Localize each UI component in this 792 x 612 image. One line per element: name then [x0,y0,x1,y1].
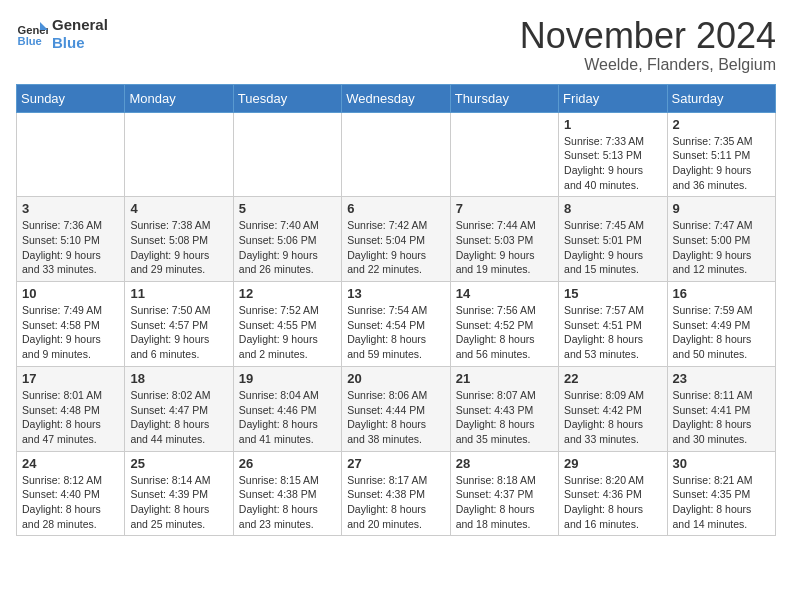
day-info: Sunrise: 7:54 AM Sunset: 4:54 PM Dayligh… [347,303,444,362]
day-number: 6 [347,201,444,216]
table-row [342,112,450,197]
table-row: 14Sunrise: 7:56 AM Sunset: 4:52 PM Dayli… [450,282,558,367]
calendar-header-row: Sunday Monday Tuesday Wednesday Thursday… [17,84,776,112]
table-row: 19Sunrise: 8:04 AM Sunset: 4:46 PM Dayli… [233,366,341,451]
location-title: Weelde, Flanders, Belgium [520,56,776,74]
day-number: 1 [564,117,661,132]
day-info: Sunrise: 7:57 AM Sunset: 4:51 PM Dayligh… [564,303,661,362]
day-info: Sunrise: 7:52 AM Sunset: 4:55 PM Dayligh… [239,303,336,362]
day-number: 26 [239,456,336,471]
table-row: 21Sunrise: 8:07 AM Sunset: 4:43 PM Dayli… [450,366,558,451]
day-number: 18 [130,371,227,386]
header-tuesday: Tuesday [233,84,341,112]
calendar-week-row: 10Sunrise: 7:49 AM Sunset: 4:58 PM Dayli… [17,282,776,367]
day-number: 5 [239,201,336,216]
calendar-week-row: 1Sunrise: 7:33 AM Sunset: 5:13 PM Daylig… [17,112,776,197]
day-info: Sunrise: 8:12 AM Sunset: 4:40 PM Dayligh… [22,473,119,532]
day-number: 12 [239,286,336,301]
header-wednesday: Wednesday [342,84,450,112]
day-info: Sunrise: 7:44 AM Sunset: 5:03 PM Dayligh… [456,218,553,277]
table-row: 26Sunrise: 8:15 AM Sunset: 4:38 PM Dayli… [233,451,341,536]
table-row: 4Sunrise: 7:38 AM Sunset: 5:08 PM Daylig… [125,197,233,282]
logo-general: General [52,16,108,34]
day-number: 3 [22,201,119,216]
day-number: 14 [456,286,553,301]
day-info: Sunrise: 7:38 AM Sunset: 5:08 PM Dayligh… [130,218,227,277]
calendar-table: Sunday Monday Tuesday Wednesday Thursday… [16,84,776,537]
table-row: 10Sunrise: 7:49 AM Sunset: 4:58 PM Dayli… [17,282,125,367]
calendar-week-row: 24Sunrise: 8:12 AM Sunset: 4:40 PM Dayli… [17,451,776,536]
day-info: Sunrise: 8:14 AM Sunset: 4:39 PM Dayligh… [130,473,227,532]
day-info: Sunrise: 8:17 AM Sunset: 4:38 PM Dayligh… [347,473,444,532]
table-row: 7Sunrise: 7:44 AM Sunset: 5:03 PM Daylig… [450,197,558,282]
table-row: 3Sunrise: 7:36 AM Sunset: 5:10 PM Daylig… [17,197,125,282]
day-number: 24 [22,456,119,471]
day-info: Sunrise: 8:18 AM Sunset: 4:37 PM Dayligh… [456,473,553,532]
day-number: 17 [22,371,119,386]
table-row: 18Sunrise: 8:02 AM Sunset: 4:47 PM Dayli… [125,366,233,451]
day-info: Sunrise: 7:42 AM Sunset: 5:04 PM Dayligh… [347,218,444,277]
calendar-week-row: 3Sunrise: 7:36 AM Sunset: 5:10 PM Daylig… [17,197,776,282]
day-info: Sunrise: 8:06 AM Sunset: 4:44 PM Dayligh… [347,388,444,447]
day-info: Sunrise: 7:40 AM Sunset: 5:06 PM Dayligh… [239,218,336,277]
table-row [125,112,233,197]
table-row [450,112,558,197]
header-monday: Monday [125,84,233,112]
header-friday: Friday [559,84,667,112]
day-number: 15 [564,286,661,301]
day-number: 29 [564,456,661,471]
table-row: 29Sunrise: 8:20 AM Sunset: 4:36 PM Dayli… [559,451,667,536]
table-row: 15Sunrise: 7:57 AM Sunset: 4:51 PM Dayli… [559,282,667,367]
day-info: Sunrise: 7:56 AM Sunset: 4:52 PM Dayligh… [456,303,553,362]
day-info: Sunrise: 8:02 AM Sunset: 4:47 PM Dayligh… [130,388,227,447]
day-number: 7 [456,201,553,216]
day-number: 11 [130,286,227,301]
day-info: Sunrise: 7:49 AM Sunset: 4:58 PM Dayligh… [22,303,119,362]
logo-blue: Blue [52,34,108,52]
logo: General Blue General Blue [16,16,108,52]
day-number: 22 [564,371,661,386]
day-number: 16 [673,286,770,301]
day-info: Sunrise: 8:01 AM Sunset: 4:48 PM Dayligh… [22,388,119,447]
table-row: 16Sunrise: 7:59 AM Sunset: 4:49 PM Dayli… [667,282,775,367]
table-row: 22Sunrise: 8:09 AM Sunset: 4:42 PM Dayli… [559,366,667,451]
table-row: 23Sunrise: 8:11 AM Sunset: 4:41 PM Dayli… [667,366,775,451]
table-row: 17Sunrise: 8:01 AM Sunset: 4:48 PM Dayli… [17,366,125,451]
table-row [233,112,341,197]
day-info: Sunrise: 8:09 AM Sunset: 4:42 PM Dayligh… [564,388,661,447]
table-row: 24Sunrise: 8:12 AM Sunset: 4:40 PM Dayli… [17,451,125,536]
day-number: 13 [347,286,444,301]
table-row [17,112,125,197]
table-row: 6Sunrise: 7:42 AM Sunset: 5:04 PM Daylig… [342,197,450,282]
day-number: 23 [673,371,770,386]
day-info: Sunrise: 8:04 AM Sunset: 4:46 PM Dayligh… [239,388,336,447]
day-info: Sunrise: 7:59 AM Sunset: 4:49 PM Dayligh… [673,303,770,362]
day-number: 9 [673,201,770,216]
table-row: 11Sunrise: 7:50 AM Sunset: 4:57 PM Dayli… [125,282,233,367]
table-row: 9Sunrise: 7:47 AM Sunset: 5:00 PM Daylig… [667,197,775,282]
header-sunday: Sunday [17,84,125,112]
page-header: General Blue General Blue November 2024 … [16,16,776,74]
table-row: 13Sunrise: 7:54 AM Sunset: 4:54 PM Dayli… [342,282,450,367]
logo-icon: General Blue [16,18,48,50]
day-info: Sunrise: 7:45 AM Sunset: 5:01 PM Dayligh… [564,218,661,277]
day-number: 8 [564,201,661,216]
day-info: Sunrise: 8:15 AM Sunset: 4:38 PM Dayligh… [239,473,336,532]
day-number: 25 [130,456,227,471]
table-row: 2Sunrise: 7:35 AM Sunset: 5:11 PM Daylig… [667,112,775,197]
table-row: 20Sunrise: 8:06 AM Sunset: 4:44 PM Dayli… [342,366,450,451]
day-number: 2 [673,117,770,132]
title-area: November 2024 Weelde, Flanders, Belgium [520,16,776,74]
table-row: 25Sunrise: 8:14 AM Sunset: 4:39 PM Dayli… [125,451,233,536]
day-info: Sunrise: 8:20 AM Sunset: 4:36 PM Dayligh… [564,473,661,532]
day-number: 4 [130,201,227,216]
day-info: Sunrise: 7:35 AM Sunset: 5:11 PM Dayligh… [673,134,770,193]
day-number: 27 [347,456,444,471]
svg-text:Blue: Blue [18,35,42,47]
day-info: Sunrise: 7:47 AM Sunset: 5:00 PM Dayligh… [673,218,770,277]
day-number: 28 [456,456,553,471]
day-info: Sunrise: 8:21 AM Sunset: 4:35 PM Dayligh… [673,473,770,532]
day-number: 20 [347,371,444,386]
header-saturday: Saturday [667,84,775,112]
table-row: 5Sunrise: 7:40 AM Sunset: 5:06 PM Daylig… [233,197,341,282]
